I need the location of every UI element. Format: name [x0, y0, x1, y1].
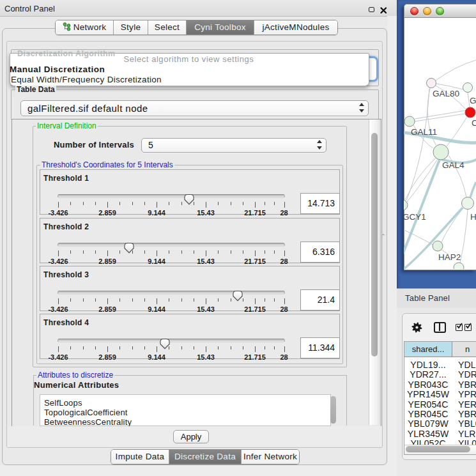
svg-text:GCY1: GCY1: [404, 212, 426, 222]
svg-text:GAL11: GAL11: [411, 127, 437, 137]
svg-text:G: G: [470, 96, 476, 105]
svg-text:GAL80: GAL80: [433, 89, 459, 98]
svg-text:HAP2: HAP2: [438, 252, 461, 262]
svg-text:GAL4: GAL4: [442, 160, 464, 170]
svg-text:C: C: [472, 118, 476, 128]
svg-text:H: H: [470, 212, 476, 222]
